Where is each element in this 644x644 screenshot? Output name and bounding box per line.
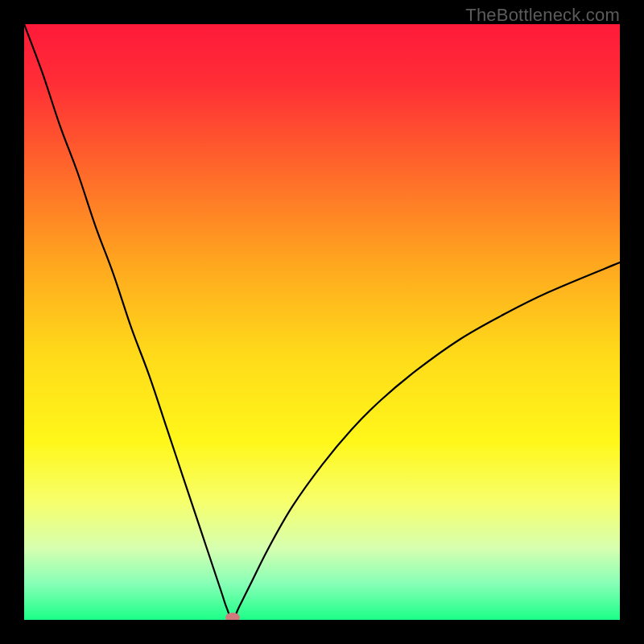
watermark-text: TheBottleneck.com (465, 5, 620, 26)
bottleneck-plot (24, 24, 620, 620)
gradient-background (24, 24, 620, 620)
chart-frame (24, 24, 620, 620)
